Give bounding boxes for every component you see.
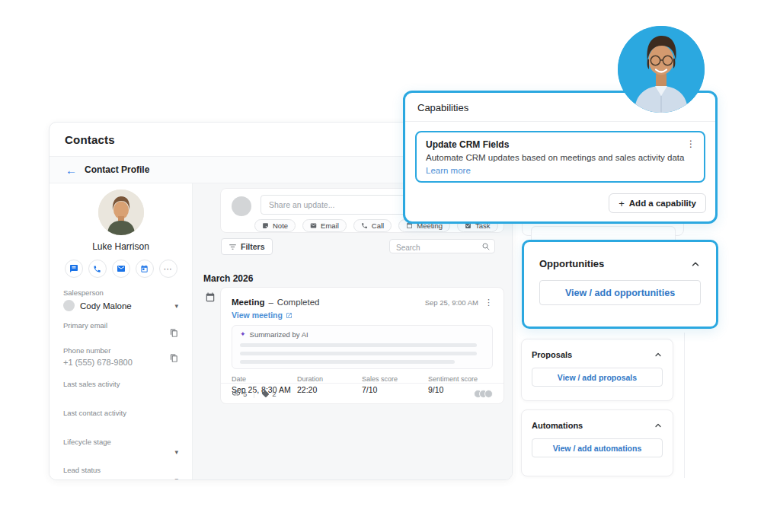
button-label: View / add automations: [553, 444, 642, 453]
field-lead-status: Lead status ▾: [63, 466, 178, 480]
field-last-sales-activity: Last sales activity: [63, 380, 178, 399]
email-button[interactable]: [112, 260, 130, 278]
field-label: Phone number: [63, 346, 178, 355]
breadcrumb-label: Contact Profile: [85, 164, 149, 175]
chip-label: Note: [273, 221, 288, 230]
metric-label: Date: [232, 375, 297, 383]
phone-icon: [361, 222, 368, 229]
capability-card[interactable]: Update CRM Fields Automate CRM updates b…: [415, 131, 705, 183]
salesperson-avatar: [63, 300, 75, 311]
chip-label: Call: [372, 221, 384, 230]
link-icon[interactable]: [232, 389, 241, 398]
call-chip[interactable]: Call: [353, 219, 392, 232]
view-add-opportunities-button[interactable]: View / add opportunities: [539, 280, 701, 305]
chevron-up-icon[interactable]: [654, 350, 663, 359]
copy-icon: [170, 328, 178, 338]
capability-card-description: Automate CRM updates based on meetings a…: [426, 153, 695, 162]
timeline-calendar-icon: [205, 292, 216, 303]
external-link-icon: [286, 312, 292, 319]
hero-portrait: [618, 26, 705, 113]
field-label: Primary email: [63, 321, 178, 330]
chevron-up-icon[interactable]: [654, 421, 663, 430]
search-icon[interactable]: [481, 242, 491, 251]
field-primary-email: Primary email: [63, 321, 178, 336]
automations-panel: Automations View / add automations: [521, 409, 673, 476]
add-capability-button[interactable]: + Add a capability: [609, 193, 706, 213]
contact-action-row: ⋯: [63, 260, 178, 282]
ai-summary-box: ✦ Summarized by AI: [232, 325, 493, 369]
meeting-status: Completed: [277, 298, 320, 307]
email-chip[interactable]: Email: [302, 219, 347, 232]
skeleton-line: [240, 368, 369, 369]
skeleton-line: [240, 352, 477, 355]
note-chip[interactable]: Note: [254, 219, 296, 232]
copy-button[interactable]: [170, 328, 178, 338]
calendar-button[interactable]: [136, 260, 154, 278]
search-box: [389, 239, 495, 253]
ai-summary-label: Summarized by AI: [250, 330, 308, 339]
view-meeting-link[interactable]: View meeting: [232, 311, 292, 320]
kebab-menu-icon[interactable]: ⋮: [686, 139, 695, 149]
contact-profile-sidebar: Luke Harrison ⋯: [50, 183, 193, 479]
field-label: Lead status: [63, 466, 178, 474]
tag-icon[interactable]: [261, 390, 270, 398]
meeting-event-card: Meeting – Completed Sep 25, 9:00 AM ⋮ Vi…: [220, 287, 504, 404]
kebab-menu-icon[interactable]: ⋮: [484, 298, 493, 307]
copy-button[interactable]: [170, 353, 178, 363]
capability-card-title: Update CRM Fields: [426, 139, 695, 150]
filter-icon: [229, 243, 237, 251]
search-input[interactable]: [390, 241, 494, 254]
field-label: Salesperson: [63, 288, 178, 297]
calendar-icon: [140, 265, 149, 273]
chevron-up-icon[interactable]: [690, 259, 701, 269]
participant-avatars: [477, 390, 493, 398]
page-title: Contacts: [65, 133, 115, 146]
more-icon: ⋯: [164, 265, 173, 273]
field-lifecycle-stage: Lifecycle stage ▾: [63, 438, 178, 456]
more-actions-button[interactable]: ⋯: [159, 260, 177, 278]
contact-avatar-illustration: [98, 190, 144, 235]
back-arrow-icon[interactable]: ←: [66, 164, 77, 176]
filters-label: Filters: [241, 242, 265, 251]
field-salesperson: Salesperson Cody Malone ▾: [63, 288, 178, 311]
metric-label: Sentiment score: [428, 375, 493, 383]
field-phone: Phone number +1 (555) 678-9800: [63, 346, 178, 367]
divider: [405, 121, 715, 122]
sparkle-icon: ✦: [240, 331, 246, 338]
view-add-proposals-button[interactable]: View / add proposals: [532, 368, 663, 387]
avatar: [484, 390, 493, 398]
chevron-down-icon[interactable]: ▾: [174, 448, 178, 456]
phone-value: +1 (555) 678-9800: [63, 358, 178, 367]
chat-button[interactable]: [65, 260, 83, 278]
call-button[interactable]: [88, 260, 107, 278]
add-capability-label: Add a capability: [629, 199, 696, 208]
chat-icon: [69, 264, 78, 273]
tags-count: 2: [272, 390, 276, 398]
button-label: View / add proposals: [558, 373, 637, 382]
field-label: Last contact activity: [63, 409, 178, 417]
automations-title: Automations: [532, 421, 583, 430]
hero-portrait-illustration: [618, 26, 705, 113]
plus-icon: +: [619, 199, 625, 209]
phone-icon: [93, 265, 101, 273]
divider: [254, 389, 254, 398]
chevron-down-icon[interactable]: ▾: [174, 476, 178, 480]
filters-button[interactable]: Filters: [221, 238, 273, 255]
view-add-automations-button[interactable]: View / add automations: [532, 438, 663, 457]
note-icon: [262, 222, 269, 229]
opportunities-callout: Opportunities View / add opportunities: [522, 240, 718, 329]
copy-icon: [170, 353, 178, 363]
field-label: Last sales activity: [63, 380, 178, 388]
contact-avatar: [98, 190, 144, 235]
timeline-month-label: March 2026: [203, 273, 253, 284]
chevron-down-icon[interactable]: ▾: [174, 302, 178, 310]
field-label: Lifecycle stage: [63, 438, 178, 446]
chip-label: Email: [321, 221, 339, 230]
metric-label: Sales score: [362, 375, 428, 383]
envelope-icon: [310, 222, 317, 229]
field-last-contact-activity: Last contact activity: [63, 409, 178, 428]
meeting-title: Meeting: [232, 298, 264, 307]
learn-more-link[interactable]: Learn more: [426, 166, 471, 175]
links-count: 5: [243, 390, 247, 398]
proposals-panel: Proposals View / add proposals: [521, 339, 673, 401]
